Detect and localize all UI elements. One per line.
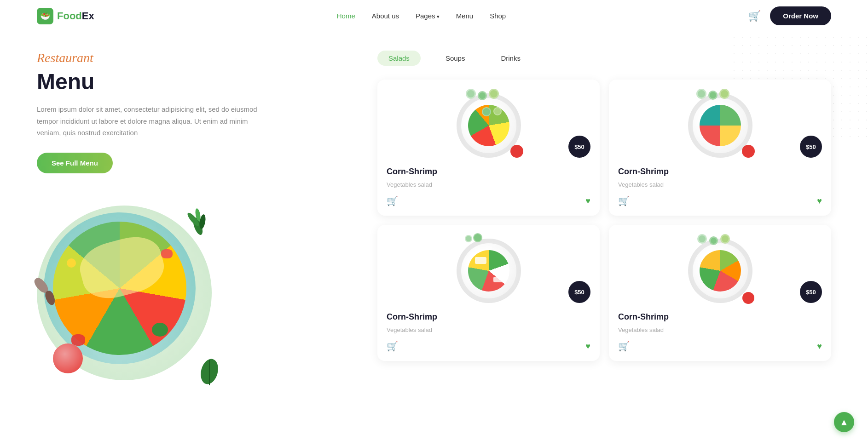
corn-piece [67, 258, 76, 268]
cucumber-topping-2 [696, 89, 729, 100]
main-content: Restaurant Menu Lorem ipsum dolor sit am… [0, 32, 868, 446]
veggie-piece [152, 323, 168, 337]
plate-4 [688, 239, 752, 303]
cucumber-topping-4 [697, 234, 730, 245]
order-now-button[interactable]: Order Now [770, 6, 831, 25]
menu-card-4: $50 Corn-Shrimp Vegetables salad 🛒 ♥ [609, 225, 831, 361]
card-image-3: $50 [387, 234, 590, 308]
card-actions-3: 🛒 ♥ [387, 341, 590, 352]
favorite-button-3[interactable]: ♥ [585, 342, 590, 351]
card-subtitle-4: Vegetables salad [618, 326, 822, 333]
card-image-4: $50 [618, 234, 822, 308]
salad-bowl [44, 212, 196, 364]
see-full-menu-button[interactable]: See Full Menu [37, 153, 113, 173]
tab-drinks[interactable]: Drinks [490, 51, 532, 66]
card-subtitle-3: Vegetables salad [387, 326, 590, 333]
logo-text: FoodEx [57, 10, 94, 22]
add-to-cart-button-4[interactable]: 🛒 [618, 341, 630, 352]
card-title-1: Corn-Shrimp [387, 167, 590, 177]
nav-pages[interactable]: Pages [416, 12, 440, 20]
card-subtitle-2: Vegetables salad [618, 181, 822, 188]
plate-inner-3 [461, 243, 516, 298]
tab-soups[interactable]: Soups [434, 51, 476, 66]
favorite-button-4[interactable]: ♥ [817, 342, 822, 351]
tomato-side-2 [742, 145, 755, 158]
nav-shop[interactable]: Shop [490, 12, 506, 20]
main-nav: Home About us Pages Menu Shop [337, 12, 506, 20]
card-actions-2: 🛒 ♥ [618, 195, 822, 206]
card-title-4: Corn-Shrimp [618, 312, 822, 322]
plate-2 [688, 93, 752, 158]
plate-top-1 [465, 235, 472, 242]
cart-icon[interactable]: 🛒 [748, 10, 761, 22]
scroll-to-top-button[interactable]: ▲ [834, 412, 854, 432]
add-to-cart-button-2[interactable]: 🛒 [618, 195, 630, 206]
leaf-decoration [198, 355, 221, 387]
card-subtitle-1: Vegetables salad [387, 181, 590, 188]
card-actions-4: 🛒 ♥ [618, 341, 822, 352]
favorite-button-1[interactable]: ♥ [585, 196, 590, 206]
plate-top-2 [473, 233, 482, 242]
price-badge-4: $50 [800, 281, 822, 303]
tab-salads[interactable]: Salads [377, 51, 421, 66]
plate-1 [457, 93, 521, 158]
price-badge-3: $50 [568, 281, 590, 303]
card-actions-1: 🛒 ♥ [387, 195, 590, 206]
mini-salad-2 [700, 105, 741, 146]
logo-icon: 🥗 [37, 8, 53, 24]
plate-inner-1 [461, 98, 516, 153]
card-title-3: Corn-Shrimp [387, 312, 590, 322]
plate-inner-2 [693, 98, 748, 153]
menu-title: Menu [37, 69, 359, 94]
tomato-piece-1 [71, 334, 85, 346]
nav-about[interactable]: About us [372, 12, 399, 20]
add-to-cart-button-3[interactable]: 🛒 [387, 341, 398, 352]
menu-grid: $50 Corn-Shrimp Vegetables salad 🛒 ♥ [377, 80, 831, 361]
card-image-2: $50 [618, 89, 822, 162]
mini-salad-4 [700, 250, 741, 292]
nav-menu[interactable]: Menu [456, 12, 474, 20]
tomato-side-1 [510, 145, 523, 158]
card-title-2: Corn-Shrimp [618, 167, 822, 177]
card-image-1: $50 [387, 89, 590, 162]
big-tomato [53, 343, 83, 373]
restaurant-label: Restaurant [37, 51, 359, 65]
salad-image-container [28, 187, 239, 399]
menu-description: Lorem ipsum dolor sit amet, consectetur … [37, 103, 258, 139]
tomato-side-4 [742, 292, 754, 304]
menu-tabs: Salads Soups Drinks [377, 51, 831, 66]
herb-decoration [182, 199, 214, 237]
mini-salad-3 [468, 250, 509, 292]
price-badge-1: $50 [568, 136, 590, 158]
left-section: Restaurant Menu Lorem ipsum dolor sit am… [37, 51, 359, 428]
nav-actions: 🛒 Order Now [748, 6, 831, 25]
header: 🥗 FoodEx Home About us Pages Menu Shop 🛒… [0, 0, 868, 32]
price-badge-2: $50 [800, 136, 822, 158]
mini-salad-1 [468, 105, 509, 146]
menu-card-3: $50 Corn-Shrimp Vegetables salad 🛒 ♥ [377, 225, 600, 361]
logo: 🥗 FoodEx [37, 8, 94, 24]
nav-home[interactable]: Home [337, 12, 355, 20]
menu-card-2: $50 Corn-Shrimp Vegetables salad 🛒 ♥ [609, 80, 831, 216]
tomato-piece-2 [161, 249, 173, 258]
plate-3 [457, 239, 521, 303]
add-to-cart-button-1[interactable]: 🛒 [387, 195, 398, 206]
plate-inner-4 [693, 243, 748, 298]
cucumber-topping-1 [466, 89, 499, 100]
favorite-button-2[interactable]: ♥ [817, 196, 822, 206]
right-section: Salads Soups Drinks [377, 51, 831, 428]
menu-card-1: $50 Corn-Shrimp Vegetables salad 🛒 ♥ [377, 80, 600, 216]
